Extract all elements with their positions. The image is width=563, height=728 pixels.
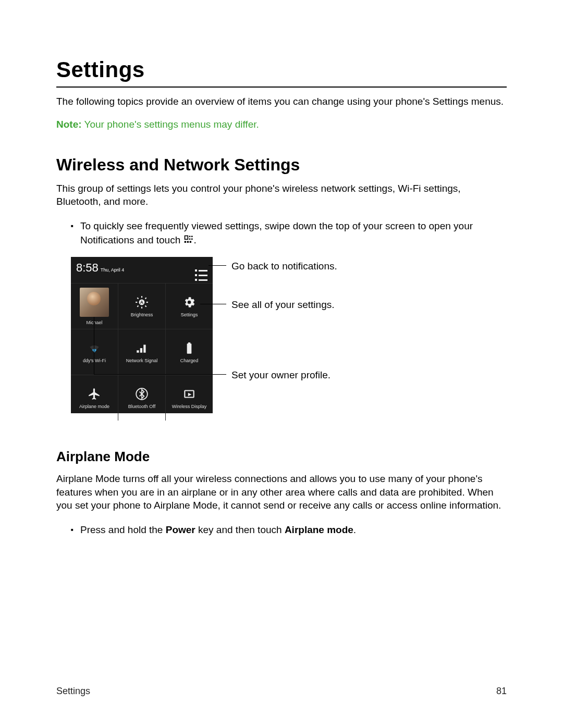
airplane-mode-label: Airplane mode: [285, 524, 353, 535]
airplane-bullet-list: Press and hold the Power key and then to…: [71, 523, 507, 537]
svg-rect-1: [185, 237, 187, 239]
callout-owner-profile: Set your owner profile.: [231, 369, 331, 382]
bluetooth-icon: [135, 387, 149, 401]
quick-settings-diagram: 8:58Thu, April 4 Michael A Brightness: [71, 257, 394, 424]
wireless-display-icon: [182, 387, 196, 401]
brightness-icon: A: [135, 295, 149, 309]
signal-icon: [135, 341, 149, 355]
svg-line-17: [145, 298, 146, 299]
footer-section-name: Settings: [56, 686, 90, 697]
callout-line: [94, 317, 94, 374]
tile-wifi[interactable]: ddy's Wi-Fi: [71, 329, 118, 375]
page-title: Settings: [56, 57, 507, 88]
note-text: Your phone's settings menus may differ.: [82, 119, 259, 130]
tile-settings[interactable]: Settings: [166, 283, 213, 329]
clock: 8:58Thu, April 4: [76, 261, 124, 275]
tile-label: Airplane mode: [79, 404, 109, 409]
tile-label: ddy's Wi-Fi: [83, 358, 106, 363]
text: Press and hold the: [80, 524, 166, 535]
tile-label: Settings: [181, 312, 198, 317]
notifications-icon[interactable]: [195, 269, 207, 281]
svg-rect-3: [191, 236, 193, 238]
avatar: [80, 288, 109, 317]
tile-label: Brightness: [131, 312, 153, 317]
note-label: Note:: [56, 119, 82, 130]
callout-notifications: Go back to notifications.: [231, 260, 337, 273]
svg-rect-20: [188, 342, 190, 344]
tile-label: Charged: [180, 358, 199, 363]
airplane-icon: [88, 387, 101, 401]
quick-settings-icon: [183, 235, 194, 245]
callout-line: [209, 265, 226, 266]
callout-line: [94, 374, 226, 375]
svg-rect-6: [184, 241, 186, 243]
section-heading-wireless: Wireless and Network Settings: [56, 155, 507, 175]
tile-airplane-mode[interactable]: Airplane mode: [71, 375, 118, 421]
svg-rect-19: [187, 343, 192, 354]
tile-brightness[interactable]: A Brightness: [118, 283, 166, 329]
bullet-airplane-instruction: Press and hold the Power key and then to…: [71, 523, 507, 537]
airplane-body: Airplane Mode turns off all your wireles…: [56, 472, 507, 512]
page-footer: Settings 81: [56, 686, 507, 697]
tile-label: Bluetooth Off: [128, 404, 155, 409]
clock-date: Thu, April 4: [101, 267, 125, 273]
bullet-list: To quickly see frequently viewed setting…: [71, 219, 507, 248]
svg-marker-23: [188, 392, 192, 396]
footer-page-number: 81: [496, 686, 507, 697]
svg-rect-2: [189, 236, 190, 238]
text: .: [353, 524, 356, 535]
tile-bluetooth[interactable]: Bluetooth Off: [118, 375, 166, 421]
power-key: Power: [166, 524, 195, 535]
tile-wireless-display[interactable]: Wireless Display: [166, 375, 213, 421]
svg-line-15: [145, 305, 146, 306]
callout-line: [200, 304, 226, 304]
bullet-text-post: .: [194, 235, 197, 245]
phone-quick-settings-panel: 8:58Thu, April 4 Michael A Brightness: [71, 257, 213, 413]
status-row: 8:58Thu, April 4: [71, 257, 213, 283]
note-paragraph: Note: Your phone's settings menus may di…: [56, 119, 507, 130]
wireless-intro: This group of settings lets you control …: [56, 182, 507, 208]
bullet-swipe-down: To quickly see frequently viewed setting…: [71, 219, 507, 248]
bullet-text-pre: To quickly see frequently viewed setting…: [80, 220, 473, 246]
svg-text:A: A: [140, 300, 144, 305]
text: key and then touch: [195, 524, 285, 535]
tile-battery[interactable]: Charged: [166, 329, 213, 375]
svg-rect-5: [191, 239, 193, 240]
wifi-icon: [88, 341, 101, 355]
gear-icon: [182, 295, 196, 309]
svg-line-16: [137, 305, 138, 306]
battery-icon: [182, 341, 196, 355]
clock-time: 8:58: [76, 261, 99, 274]
tile-owner-profile[interactable]: Michael: [71, 283, 118, 329]
intro-paragraph: The following topics provide an overview…: [56, 95, 507, 108]
tile-label: Wireless Display: [172, 404, 207, 409]
tile-label: Network Signal: [126, 358, 158, 363]
svg-line-14: [137, 298, 138, 299]
tile-network-signal[interactable]: Network Signal: [118, 329, 166, 375]
svg-rect-8: [189, 241, 191, 243]
svg-rect-7: [187, 241, 188, 243]
callout-settings: See all of your settings.: [231, 299, 335, 312]
subsection-heading-airplane: Airplane Mode: [56, 449, 507, 465]
svg-rect-4: [189, 239, 190, 240]
